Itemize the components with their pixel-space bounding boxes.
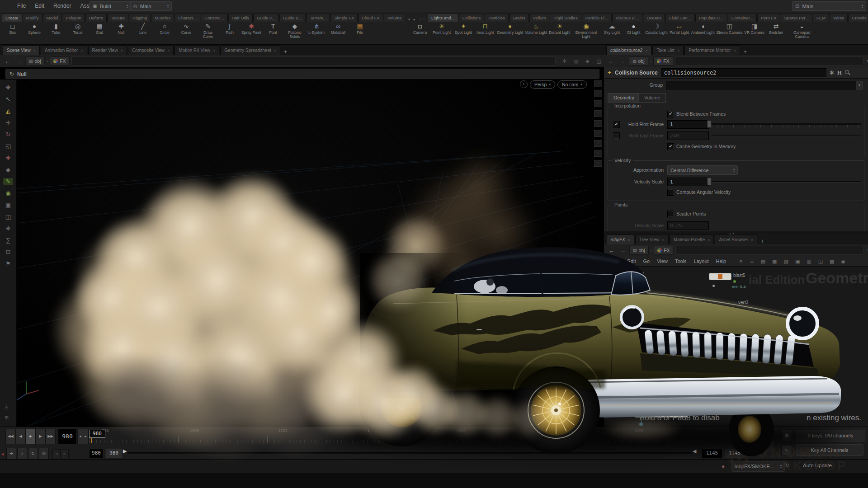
snapshot-tool-icon[interactable]: ⊡	[3, 249, 13, 255]
approximation-dropdown[interactable]: Central Difference ▴▾	[667, 165, 738, 175]
snap-tool-icon[interactable]: ◆	[3, 166, 13, 173]
pane-tab[interactable]: Scene View ×	[3, 45, 40, 55]
shelf-tab[interactable]: Volume	[384, 14, 406, 22]
shelf-tool[interactable]: ♨ Volume Light	[524, 22, 548, 35]
sculpt-tool-icon[interactable]: ◉	[3, 190, 13, 197]
close-icon[interactable]: ×	[751, 238, 753, 242]
path-input[interactable]	[71, 56, 556, 66]
bypass-flag-dot[interactable]	[733, 280, 736, 283]
display-option-icon[interactable]: ▫	[594, 160, 602, 167]
global-time-icon[interactable]: ⊙	[39, 448, 49, 460]
keyframe-options-icon[interactable]: ▩	[781, 430, 792, 441]
network-menu-item[interactable]: Edit	[624, 258, 640, 264]
group-field[interactable]	[666, 81, 859, 89]
shelf-tab[interactable]: Collisions	[459, 14, 485, 22]
playhead-frame-box[interactable]: 980	[89, 430, 105, 438]
notes-icon[interactable]: ▥	[805, 258, 813, 264]
node-blast5[interactable]	[709, 273, 731, 280]
pane-tab[interactable]: Tree View ×	[635, 235, 669, 244]
display-option-icon[interactable]: ▫	[594, 100, 602, 107]
prev-key-button[interactable]: ◂	[52, 449, 61, 458]
flag-tool-icon[interactable]: ⚑	[3, 260, 13, 267]
shelf-set-selector[interactable]: ▤ Main ▴▾	[792, 1, 866, 11]
shelf-tab[interactable]: Deform	[85, 14, 107, 22]
shelf-tab[interactable]: Polygon	[62, 14, 85, 22]
shelf-tool[interactable]: ◎ Torus	[67, 22, 89, 35]
close-icon[interactable]: ×	[274, 48, 276, 53]
menu-item[interactable]: Edit	[30, 0, 49, 12]
shelf-tool[interactable]: ⊓ Area Light	[474, 22, 496, 35]
shelf-tool[interactable]: ⇄ Switcher	[765, 22, 787, 35]
pane-tab[interactable]: Animation Editor ×	[41, 45, 87, 55]
shelf-tool[interactable]: ▮ Tube	[45, 22, 67, 35]
gear-icon[interactable]: ✱	[830, 70, 834, 76]
current-frame-field[interactable]: 980	[58, 429, 77, 444]
close-icon[interactable]: ×	[708, 238, 710, 242]
spinner-icon[interactable]: ▴▾	[167, 4, 169, 9]
shelf-tool[interactable]: T Font	[262, 22, 284, 35]
snap-icon[interactable]: ◈	[584, 58, 590, 64]
tools-x-icon[interactable]: ✕	[737, 258, 745, 264]
image-plane-icon[interactable]: ◫	[816, 258, 825, 264]
shelf-tool[interactable]: ◨ VR Camera	[743, 22, 765, 35]
shelf-tool[interactable]: ✚ Null	[110, 22, 132, 35]
shelf-tab[interactable]: Vellum	[529, 14, 550, 22]
save-node-icon[interactable]: ▣	[793, 258, 802, 264]
back-icon[interactable]: ←	[3, 58, 12, 65]
shelf-tool[interactable]: ● GI Light	[623, 22, 645, 35]
thumbs-view-icon[interactable]: ▧	[782, 258, 790, 264]
shelf-tab[interactable]: Sparse Pyr...	[781, 14, 812, 22]
new-pane-tab-button[interactable]: +	[281, 49, 290, 55]
range-start-display[interactable]: 980	[105, 448, 123, 458]
shelf-tool[interactable]: ◻ Box	[2, 22, 24, 35]
shelf-tool[interactable]: ○ Circle	[154, 22, 175, 35]
pose-tool-icon[interactable]: ✚	[3, 155, 13, 161]
shelf-more-icon[interactable]: ▾	[412, 18, 416, 22]
mirror-tool-icon[interactable]: ◫	[3, 213, 13, 220]
shelf-tab[interactable]: Pyro FX	[757, 14, 780, 22]
close-icon[interactable]: ×	[662, 238, 664, 242]
pane-tab[interactable]: collisionsource2 ×	[606, 45, 651, 55]
shelf-tab[interactable]: Terrain...	[306, 14, 330, 22]
range-end-field[interactable]: 1145	[702, 448, 722, 458]
close-icon[interactable]: ×	[677, 48, 679, 53]
shelf-tool[interactable]: ✦ Spot Light	[453, 22, 474, 35]
color-palette-icon[interactable]: ▩	[828, 258, 836, 264]
range-start-field[interactable]: 980	[89, 448, 104, 458]
shelf-tab[interactable]: Oceans	[643, 14, 665, 22]
forward-icon[interactable]: →	[14, 58, 24, 65]
stop-button[interactable]: ■	[25, 429, 36, 444]
group-dropdown-icon[interactable]: ▾	[856, 81, 863, 89]
network-canvas[interactable]: ial Edition Geometry st3 blast5 not: 0-4…	[604, 267, 868, 427]
display-option-icon[interactable]: ▫	[594, 120, 602, 127]
keys-count-button[interactable]: 0 keys, 0/0 channels	[796, 430, 865, 441]
frame-increment-button[interactable]: ▸	[83, 429, 89, 444]
velocity-scale-slider[interactable]	[707, 178, 711, 185]
shelf-tool[interactable]: ● Sphere	[24, 22, 45, 35]
shelf-tab[interactable]: Guide B...	[279, 14, 306, 22]
tree-list-icon[interactable]: ≣	[748, 258, 755, 264]
camera-selector[interactable]: No cam▾	[557, 80, 587, 89]
display-option-icon[interactable]: ▫	[594, 80, 602, 87]
hold-last-frame-field[interactable]: 240	[667, 131, 709, 140]
shelf-tool[interactable]: ✱ Spray Paint	[241, 22, 262, 35]
shelf-tool[interactable]: ╱ Line	[132, 22, 154, 35]
node-name-field[interactable]: collisionsource2	[661, 68, 826, 77]
display-option-icon[interactable]: ▫	[594, 110, 602, 117]
pane-tab[interactable]: /obj/FX ×	[607, 235, 634, 244]
shelf-tool[interactable]: ◫ Stereo Camera	[716, 22, 744, 35]
breadcrumb-node[interactable]: FX	[50, 56, 69, 66]
next-key-button[interactable]: ▸	[61, 449, 69, 458]
shelf-tab[interactable]: Particle Fl...	[582, 14, 612, 22]
play-button[interactable]: ▶	[35, 429, 46, 444]
shelf-tool[interactable]: ∿ Curve	[175, 22, 197, 35]
crosshair-icon[interactable]: ✛	[561, 58, 568, 64]
spinner-icon[interactable]: ▴▾	[127, 4, 128, 9]
range-slider-left-handle[interactable]: ▶	[123, 448, 127, 454]
chevron-down-icon[interactable]: ▾	[865, 58, 868, 64]
menu-item[interactable]: Render	[49, 0, 75, 12]
breadcrumb-node[interactable]: FX	[653, 56, 673, 66]
group-tool-icon[interactable]: ❖	[3, 225, 13, 232]
pane-splitter[interactable]: ▴ ▾	[604, 231, 868, 234]
breadcrumb-root[interactable]: ▤obj	[629, 246, 649, 255]
